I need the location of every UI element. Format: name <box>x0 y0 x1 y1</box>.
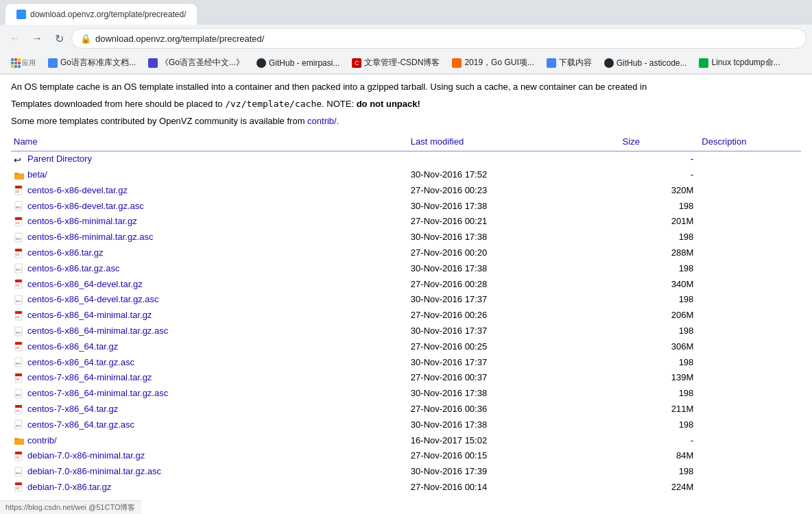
svg-rect-24 <box>15 311 22 314</box>
file-size-cell: 206M <box>620 308 700 323</box>
forward-button[interactable]: → <box>27 29 47 48</box>
file-size-cell: 340M <box>620 277 700 293</box>
file-size-cell: 306M <box>620 339 700 355</box>
file-link[interactable]: debian-7.0-x86.tar.gz <box>27 482 111 492</box>
table-row: GZcentos-6-x86_64.tar.gz27-Nov-2016 00:2… <box>11 339 801 355</box>
file-link[interactable]: centos-6-x86_64-minimal.tar.gz <box>27 310 152 320</box>
bookmark-go-gui[interactable]: 2019，Go GUI项... <box>446 55 539 71</box>
file-link[interactable]: beta/ <box>27 169 47 180</box>
lock-icon: 🔒 <box>80 34 91 44</box>
parent-dir-link[interactable]: Parent Directory <box>27 154 92 164</box>
file-link[interactable]: centos-6-x86-devel.tar.gz.asc <box>27 201 144 211</box>
bookmark-apps[interactable]: 应用 <box>5 56 41 70</box>
file-link[interactable]: centos-6-x86_64.tar.gz <box>27 341 118 352</box>
file-desc-cell <box>699 386 801 402</box>
col-header-modified: Last modified <box>408 134 620 151</box>
file-link[interactable]: centos-7-x86_64.tar.gz.asc <box>27 419 134 430</box>
file-link[interactable]: centos-6-x86.tar.gz.asc <box>27 263 119 273</box>
svg-text:ASC: ASC <box>16 362 21 365</box>
bookmark-label: 文章管理-CSDN博客 <box>364 57 440 69</box>
svg-text:GZ: GZ <box>16 378 20 381</box>
sort-desc-link[interactable]: Description <box>702 136 746 147</box>
file-link[interactable]: centos-6-x86_64-devel.tar.gz.asc <box>27 294 159 304</box>
file-date-cell: 27-Nov-2016 00:37 <box>408 370 620 386</box>
file-link[interactable]: centos-7-x86_64.tar.gz <box>27 404 118 414</box>
bookmark-tcpdump[interactable]: Linux tcpdump命... <box>693 55 785 71</box>
bookmark-go-bible[interactable]: 《Go语言圣经中文...》 <box>143 55 250 71</box>
file-name-cell: GZdebian-7.0-x86.tar.gz <box>11 480 408 495</box>
file-link[interactable]: centos-6-x86_64-devel.tar.gz <box>27 279 143 289</box>
file-size-cell: 198 <box>620 230 700 245</box>
file-link[interactable]: debian-7.0-x86-minimal.tar.gz <box>27 450 145 461</box>
bookmark-github-asti[interactable]: GitHub - asticode... <box>599 56 693 70</box>
table-row: GZcentos-7-x86_64.tar.gz27-Nov-2016 00:3… <box>11 402 801 417</box>
file-desc-cell <box>699 464 801 480</box>
file-link[interactable]: contrib/ <box>27 435 57 445</box>
table-row: GZcentos-6-x86_64-devel.tar.gz27-Nov-201… <box>11 277 801 293</box>
file-name-cell: GZcentos-6-x86_64.tar.gz <box>11 339 408 355</box>
file-desc-cell <box>699 151 801 167</box>
svg-text:GZ: GZ <box>16 253 20 256</box>
tab-title: download.openvz.org/template/precreated/ <box>30 10 186 19</box>
file-name-cell: GZcentos-6-x86-devel.tar.gz <box>11 183 408 199</box>
file-name-cell: ASCcentos-6-x86-devel.tar.gz.asc <box>11 199 408 215</box>
file-date-cell <box>408 151 620 167</box>
file-size-cell: 211M <box>620 402 700 417</box>
bookmark-downloads[interactable]: 下载内容 <box>541 55 597 71</box>
file-date-cell: 27-Nov-2016 00:20 <box>408 245 620 261</box>
file-date-cell: 27-Nov-2016 00:36 <box>408 402 620 417</box>
svg-text:GZ: GZ <box>16 456 20 459</box>
svg-rect-14 <box>15 249 22 252</box>
file-date-cell: 30-Nov-2016 17:38 <box>408 261 620 277</box>
file-listing-table: Name Last modified Size Description ↩Par… <box>11 134 801 495</box>
file-link[interactable]: centos-6-x86_64.tar.gz.asc <box>27 357 134 367</box>
file-link[interactable]: centos-6-x86-minimal.tar.gz.asc <box>27 232 154 242</box>
file-desc-cell <box>699 245 801 261</box>
file-link[interactable]: debian-7.0-x86-minimal.tar.gz.asc <box>27 466 161 476</box>
intro-paragraph-3: Some more templates contributed by OpenV… <box>11 114 801 129</box>
address-bar[interactable]: 🔒 download.openvz.org/template/precreate… <box>71 28 807 49</box>
col-header-name: Name <box>11 134 408 151</box>
file-date-cell: 27-Nov-2016 00:14 <box>408 480 620 495</box>
file-date-cell: 30-Nov-2016 17:38 <box>408 417 620 433</box>
file-size-cell: 84M <box>620 448 700 464</box>
back-button[interactable]: ← <box>5 29 25 48</box>
file-link[interactable]: centos-7-x86_64-minimal.tar.gz.asc <box>27 388 168 398</box>
bookmark-github-emir[interactable]: GitHub - emirpasi... <box>251 56 345 70</box>
table-row: GZdebian-7.0-x86.tar.gz27-Nov-2016 00:14… <box>11 480 801 495</box>
table-row: contrib/16-Nov-2017 15:02- <box>11 433 801 449</box>
table-row: ASCcentos-6-x86_64.tar.gz.asc30-Nov-2016… <box>11 355 801 371</box>
svg-rect-29 <box>15 342 22 345</box>
file-link[interactable]: centos-6-x86-minimal.tar.gz <box>27 216 137 226</box>
bookmark-label: 2019，Go GUI项... <box>464 57 534 69</box>
table-row: ASCcentos-6-x86-minimal.tar.gz.asc30-Nov… <box>11 230 801 245</box>
file-size-cell: - <box>620 433 700 449</box>
file-size-cell: 224M <box>620 480 700 495</box>
file-date-cell: 30-Nov-2016 17:38 <box>408 230 620 245</box>
bookmark-go-stdlib[interactable]: Go语言标准库文档... <box>43 55 141 71</box>
file-date-cell: 30-Nov-2016 17:37 <box>408 292 620 308</box>
file-name-cell: GZdebian-7.0-x86-minimal.tar.gz <box>11 448 408 464</box>
contrib-link[interactable]: contrib/. <box>307 116 339 126</box>
file-link[interactable]: centos-6-x86.tar.gz <box>27 247 104 258</box>
bookmarks-bar: 应用 Go语言标准库文档... 《Go语言圣经中文...》 GitHub - e… <box>0 52 812 74</box>
page-content: An OS template cache is an OS template i… <box>0 75 812 501</box>
sort-date-link[interactable]: Last modified <box>411 136 464 147</box>
active-tab[interactable]: 🌐 download.openvz.org/template/precreate… <box>5 4 197 25</box>
sort-size-link[interactable]: Size <box>623 136 640 147</box>
reload-button[interactable]: ↻ <box>49 29 69 48</box>
file-link[interactable]: centos-6-x86-devel.tar.gz <box>27 185 128 195</box>
svg-rect-51 <box>15 482 22 485</box>
bookmark-csdn[interactable]: C 文章管理-CSDN博客 <box>346 55 445 71</box>
file-desc-cell <box>699 339 801 355</box>
file-date-cell: 27-Nov-2016 00:25 <box>408 339 620 355</box>
file-name-cell: ASCcentos-6-x86_64-devel.tar.gz.asc <box>11 292 408 308</box>
file-link[interactable]: centos-6-x86_64-minimal.tar.gz.asc <box>27 326 168 336</box>
file-link[interactable]: centos-7-x86_64-minimal.tar.gz <box>27 372 152 382</box>
file-name-cell: ASCcentos-6-x86_64.tar.gz.asc <box>11 355 408 371</box>
svg-rect-44 <box>14 438 19 440</box>
sort-name-link[interactable]: Name <box>14 136 38 147</box>
file-size-cell: 320M <box>620 183 700 199</box>
file-size-cell: 201M <box>620 214 700 230</box>
file-date-cell: 30-Nov-2016 17:38 <box>408 199 620 215</box>
